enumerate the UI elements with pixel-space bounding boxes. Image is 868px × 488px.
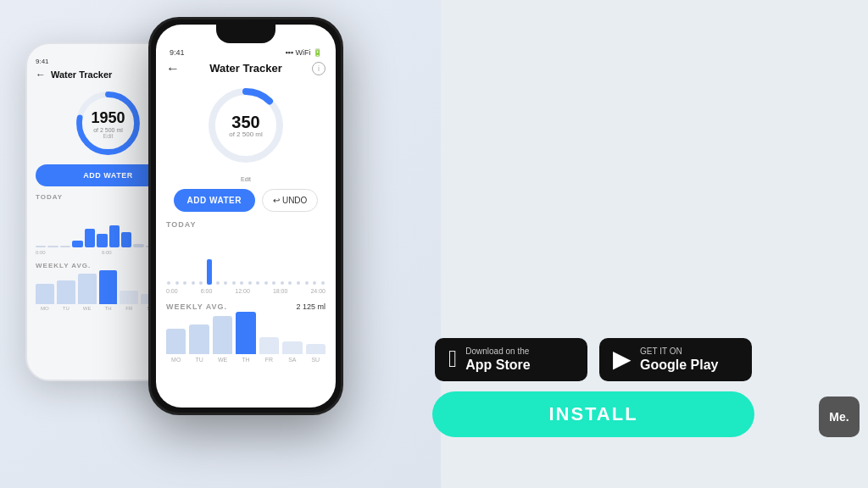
- google-play-icon: ▶: [613, 347, 632, 371]
- phone-notch: [216, 25, 275, 43]
- back-water-amount: 1950: [91, 108, 125, 126]
- screen-header: ← Water Tracker i: [166, 62, 326, 75]
- weekly-bar-chart: MO TU WE TH FR SA SU: [166, 316, 326, 363]
- info-icon[interactable]: i: [312, 62, 326, 75]
- apple-icon: : [448, 347, 457, 371]
- weekly-value: 2 125 ml: [296, 302, 326, 311]
- water-unit: of 2 500 ml: [229, 130, 263, 138]
- add-water-button[interactable]: ADD WATER: [174, 189, 255, 212]
- back-edit-label[interactable]: Edit: [91, 132, 125, 138]
- back-phone-title: Water Tracker: [51, 69, 112, 80]
- circle-progress: 350 of 2 500 ml: [203, 83, 288, 168]
- cta-area:  Download on the App Store ▶ GET IT ON …: [432, 338, 754, 437]
- edit-label[interactable]: Edit: [241, 176, 251, 182]
- back-arrow-icon[interactable]: ←: [166, 61, 180, 76]
- signal-icons: ▪▪▪ WiFi 🔋: [285, 48, 322, 57]
- today-label: TODAY: [166, 220, 197, 229]
- app-store-name: App Store: [465, 357, 530, 373]
- back-water-unit: of 2 500 ml: [91, 126, 125, 132]
- undo-label: UNDO: [282, 196, 307, 205]
- screen-title: Water Tracker: [209, 62, 282, 75]
- phone-screen: 9:41 ▪▪▪ WiFi 🔋 ← Water Tracker i 350: [156, 25, 336, 408]
- status-bar: 9:41 ▪▪▪ WiFi 🔋: [166, 48, 326, 57]
- water-amount: 350: [229, 114, 263, 130]
- app-store-button[interactable]:  Download on the App Store: [435, 338, 587, 381]
- store-buttons:  Download on the App Store ▶ GET IT ON …: [435, 338, 752, 381]
- phone-front: 9:41 ▪▪▪ WiFi 🔋 ← Water Tracker i 350: [148, 17, 343, 415]
- google-play-name: Google Play: [640, 357, 718, 373]
- action-buttons: ADD WATER ↩ UNDO: [174, 189, 319, 212]
- back-circle-progress: 1950 of 2 500 ml Edit: [72, 87, 144, 159]
- app-store-label: Download on the: [465, 347, 530, 357]
- install-button[interactable]: INSTALL: [432, 391, 754, 437]
- phones-container: 9:41 ← Water Tracker 1950 of 2 500 ml Ed…: [17, 8, 398, 483]
- undo-icon: ↩: [273, 196, 280, 205]
- weekly-label: WEEKLY AVG.: [166, 302, 227, 311]
- today-chart: [166, 234, 326, 285]
- chart-time-labels: 0:006:0012:0018:0024:00: [166, 288, 326, 294]
- weekly-header: WEEKLY AVG. 2 125 ml: [166, 302, 326, 311]
- undo-button[interactable]: ↩ UNDO: [262, 189, 318, 212]
- me-badge[interactable]: Me.: [819, 396, 860, 437]
- google-play-button[interactable]: ▶ GET IT ON Google Play: [599, 338, 752, 381]
- google-play-label: GET IT ON: [640, 347, 718, 357]
- phone-time: 9:41: [170, 48, 185, 57]
